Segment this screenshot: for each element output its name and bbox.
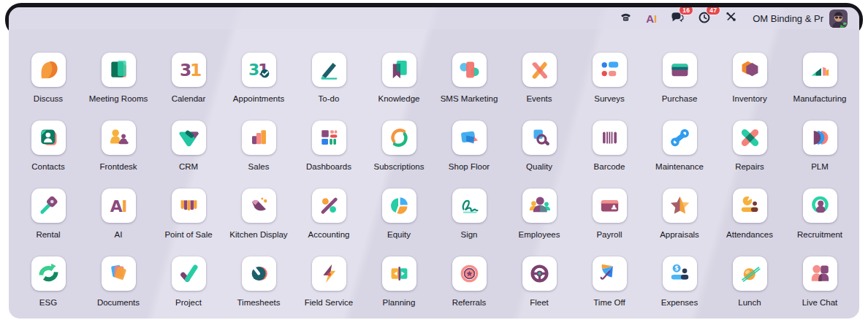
app-plm[interactable]: PLM bbox=[785, 121, 855, 188]
app-ai[interactable]: AI AI bbox=[83, 188, 153, 256]
messages-button[interactable]: 16 bbox=[669, 9, 685, 28]
appointments-icon: 31 bbox=[246, 57, 272, 83]
app-tile bbox=[593, 188, 627, 223]
app-project[interactable]: Project bbox=[153, 256, 224, 319]
lunch-icon bbox=[737, 261, 763, 286]
app-label: Referrals bbox=[452, 298, 487, 307]
app-frontdesk[interactable]: Frontdesk bbox=[83, 121, 153, 188]
app-discuss[interactable]: Discuss bbox=[13, 53, 83, 121]
main-window: AI 16 47 bbox=[9, 7, 859, 319]
app-subscriptions[interactable]: Subscriptions bbox=[364, 121, 434, 188]
events-icon bbox=[527, 57, 552, 83]
app-kitchen-display[interactable]: Kitchen Display bbox=[224, 188, 294, 256]
maintenance-icon bbox=[667, 125, 693, 151]
app-time-off[interactable]: Time Off bbox=[574, 256, 644, 319]
app-tile bbox=[172, 121, 206, 155]
app-referrals[interactable]: Referrals bbox=[434, 256, 504, 319]
app-tile bbox=[31, 256, 66, 291]
app-rental[interactable]: Rental bbox=[13, 188, 83, 256]
planning-icon bbox=[387, 261, 412, 286]
app-tile: AI bbox=[102, 188, 136, 223]
app-point-of-sale[interactable]: Point of Sale bbox=[153, 188, 224, 256]
app-label: Inventory bbox=[732, 94, 766, 103]
app-recruitment[interactable]: Recruitment bbox=[785, 188, 855, 256]
app-dashboards[interactable]: Dashboards bbox=[294, 121, 364, 188]
app-manufacturing[interactable]: Manufacturing bbox=[785, 53, 855, 121]
app-lunch[interactable]: Lunch bbox=[715, 256, 785, 319]
app-employees[interactable]: Employees bbox=[504, 188, 574, 256]
app-tile bbox=[522, 188, 557, 223]
app-sign[interactable]: Sign bbox=[434, 188, 504, 256]
appraisals-icon bbox=[667, 193, 693, 218]
app-label: Employees bbox=[519, 230, 560, 239]
app-equity[interactable]: Equity bbox=[364, 188, 434, 256]
app-inventory[interactable]: Inventory bbox=[715, 53, 785, 121]
contacts-icon bbox=[36, 125, 61, 151]
app-quality[interactable]: Quality bbox=[504, 121, 574, 188]
app-label: Dashboards bbox=[306, 162, 351, 171]
app-payroll[interactable]: Payroll bbox=[574, 188, 644, 256]
app-fleet[interactable]: Fleet bbox=[504, 256, 574, 319]
app-tile bbox=[382, 256, 416, 291]
recruitment-icon bbox=[807, 193, 833, 218]
app-tile bbox=[663, 53, 697, 87]
app-tile bbox=[593, 256, 627, 291]
user-menu-button[interactable]: OM Binding & Pr bbox=[750, 8, 849, 29]
app-label: Knowledge bbox=[378, 94, 420, 103]
app-events[interactable]: Events bbox=[504, 53, 574, 121]
app-label: Shop Floor bbox=[449, 162, 490, 171]
app-repairs[interactable]: Repairs bbox=[715, 121, 785, 188]
app-barcode[interactable]: Barcode bbox=[574, 121, 644, 188]
app-knowledge[interactable]: Knowledge bbox=[364, 53, 434, 121]
knowledge-icon bbox=[387, 57, 412, 83]
app-contacts[interactable]: Contacts bbox=[13, 121, 83, 188]
app-sms-marketing[interactable]: SMS Marketing bbox=[434, 53, 504, 121]
app-attendances[interactable]: Attendances bbox=[715, 188, 785, 256]
app-label: To-do bbox=[319, 94, 340, 103]
app-tile bbox=[733, 121, 767, 155]
app-appointments[interactable]: 31 Appointments bbox=[224, 53, 294, 121]
app-tile bbox=[312, 188, 346, 223]
app-maintenance[interactable]: Maintenance bbox=[644, 121, 715, 188]
app-label: SMS Marketing bbox=[441, 94, 498, 103]
app-purchase[interactable]: Purchase bbox=[644, 53, 715, 121]
app-label: Surveys bbox=[594, 94, 625, 103]
activities-button[interactable]: 47 bbox=[696, 9, 712, 28]
app-surveys[interactable]: Surveys bbox=[574, 53, 644, 121]
kitchen-display-icon bbox=[246, 193, 272, 218]
app-meeting-rooms[interactable]: Meeting Rooms bbox=[83, 53, 153, 121]
app-shop-floor[interactable]: Shop Floor bbox=[434, 121, 504, 188]
app-live-chat[interactable]: Live Chat bbox=[785, 256, 855, 319]
app-tile bbox=[663, 188, 697, 223]
app-label: Sign bbox=[460, 230, 477, 239]
app-sales[interactable]: Sales bbox=[224, 121, 294, 188]
app-todo[interactable]: To-do bbox=[294, 53, 364, 121]
ai-menu-button[interactable]: AI bbox=[644, 12, 658, 26]
app-esg[interactable]: ESG bbox=[13, 256, 83, 319]
svg-text:1: 1 bbox=[189, 60, 201, 80]
app-tile bbox=[102, 53, 136, 87]
app-timesheets[interactable]: Timesheets bbox=[224, 256, 294, 319]
app-tile bbox=[452, 256, 487, 291]
app-label: ESG bbox=[39, 298, 57, 307]
app-expenses[interactable]: $ Expenses bbox=[644, 256, 715, 319]
app-label: Recruitment bbox=[797, 230, 842, 239]
discuss-icon bbox=[36, 57, 61, 83]
app-tile bbox=[593, 121, 627, 155]
app-accounting[interactable]: Accounting bbox=[294, 188, 364, 256]
app-crm[interactable]: CRM bbox=[153, 121, 224, 188]
time-off-icon bbox=[597, 261, 623, 286]
tools-button[interactable] bbox=[723, 9, 739, 27]
app-documents[interactable]: Documents bbox=[83, 256, 153, 319]
app-appraisals[interactable]: Appraisals bbox=[644, 188, 715, 256]
employees-icon bbox=[527, 193, 552, 218]
app-calendar[interactable]: 31 Calendar bbox=[153, 53, 224, 121]
app-tile bbox=[733, 188, 767, 223]
app-tile: 31 bbox=[172, 53, 206, 87]
field-service-icon bbox=[316, 261, 342, 286]
app-label: Equity bbox=[387, 230, 411, 239]
voip-phone-button[interactable] bbox=[618, 9, 633, 27]
app-planning[interactable]: Planning bbox=[364, 256, 434, 319]
app-label: Purchase bbox=[662, 94, 698, 103]
app-field-service[interactable]: Field Service bbox=[294, 256, 364, 319]
